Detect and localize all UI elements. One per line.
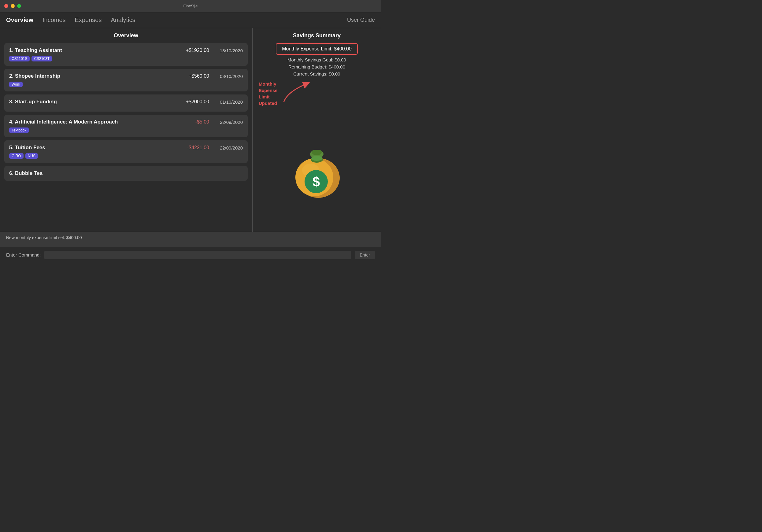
- nav-analytics[interactable]: Analytics: [111, 17, 135, 24]
- transaction-row: 2. Shopee Internship +$560.00 03/10/2020: [9, 73, 243, 79]
- maximize-button[interactable]: [17, 4, 21, 8]
- nav-incomes[interactable]: Incomes: [42, 17, 66, 24]
- command-bar: Enter Command: Enter: [0, 247, 381, 262]
- transaction-row: 3. Start-up Funding +$2000.00 01/10/2020: [9, 99, 243, 105]
- app-title: Fine$$e: [184, 4, 198, 8]
- transaction-amount: -$4221.00: [187, 145, 209, 150]
- tag: CS1101S: [9, 56, 30, 61]
- transactions-list: 1. Teaching Assistant +$1920.00 18/10/20…: [0, 43, 252, 232]
- amount-date: +$560.00 03/10/2020: [189, 73, 243, 79]
- transaction-date: 03/10/2020: [215, 74, 243, 79]
- list-item[interactable]: 2. Shopee Internship +$560.00 03/10/2020…: [4, 69, 248, 91]
- transaction-amount: +$1920.00: [186, 48, 209, 53]
- tag: Textbook: [9, 127, 29, 133]
- transaction-amount: +$560.00: [189, 73, 209, 79]
- transaction-name: 6. Bubble Tea: [9, 170, 42, 177]
- amount-date: -$5.00 22/09/2020: [195, 119, 243, 125]
- annotation-arrow: [281, 81, 311, 105]
- annotation-area: MonthlyExpenseLimitUpdated: [259, 81, 375, 107]
- left-panel: Overview 1. Teaching Assistant +$1920.00…: [0, 28, 253, 232]
- status-bar: New monthly expense limit set: $400.00: [0, 232, 381, 247]
- tags: Textbook: [9, 127, 243, 133]
- transaction-name: 1. Teaching Assistant: [9, 47, 62, 53]
- current-savings-line: Current Savings: $0.00: [259, 71, 375, 76]
- tag: GIRO: [9, 153, 24, 159]
- command-label: Enter Command:: [6, 252, 41, 258]
- amount-date: -$4221.00 22/09/2020: [187, 145, 243, 150]
- expense-limit-text: Monthly Expense Limit: $400.00: [282, 46, 352, 51]
- main-content: Overview 1. Teaching Assistant +$1920.00…: [0, 28, 381, 232]
- nav-overview[interactable]: Overview: [6, 17, 33, 24]
- nav-links: Overview Incomes Expenses Analytics: [6, 17, 347, 24]
- svg-text:$: $: [313, 174, 320, 189]
- remaining-budget-line: Remaining Budget: $400.00: [259, 64, 375, 69]
- transaction-date: 18/10/2020: [215, 48, 243, 53]
- nav-expenses[interactable]: Expenses: [75, 17, 102, 24]
- transaction-date: 22/09/2020: [215, 119, 243, 125]
- transaction-date: 22/09/2020: [215, 145, 243, 150]
- transaction-amount: +$2000.00: [186, 99, 209, 105]
- titlebar: Fine$$e: [0, 0, 381, 12]
- amount-date: +$1920.00 18/10/2020: [186, 48, 243, 53]
- tags: GIRO NUS: [9, 153, 243, 159]
- transaction-row: 1. Teaching Assistant +$1920.00 18/10/20…: [9, 47, 243, 53]
- tag: Work: [9, 82, 23, 87]
- transaction-name: 5. Tuition Fees: [9, 145, 45, 151]
- transaction-name: 3. Start-up Funding: [9, 99, 57, 105]
- savings-goal-line: Monthly Savings Goal: $0.00: [259, 57, 375, 62]
- svg-point-8: [311, 156, 322, 161]
- user-guide-link[interactable]: User Guide: [347, 17, 375, 23]
- annotation-with-arrow: MonthlyExpenseLimitUpdated: [259, 81, 375, 107]
- list-item[interactable]: 3. Start-up Funding +$2000.00 01/10/2020: [4, 95, 248, 112]
- transaction-row: 6. Bubble Tea: [9, 170, 243, 177]
- money-bag-container: $: [289, 110, 344, 227]
- list-item[interactable]: 4. Artificial Intelligence: A Modern App…: [4, 114, 248, 137]
- money-bag-icon: $: [289, 138, 344, 199]
- command-input[interactable]: [44, 251, 351, 259]
- list-item[interactable]: 1. Teaching Assistant +$1920.00 18/10/20…: [4, 43, 248, 66]
- tag: NUS: [25, 153, 38, 159]
- minimize-button[interactable]: [11, 4, 15, 8]
- window-controls: [4, 4, 21, 8]
- transaction-name: 2. Shopee Internship: [9, 73, 60, 79]
- expense-limit-box: Monthly Expense Limit: $400.00: [276, 43, 358, 55]
- tag: CS2103T: [32, 56, 52, 61]
- close-button[interactable]: [4, 4, 8, 8]
- savings-summary-title: Savings Summary: [293, 33, 341, 39]
- annotation-text: MonthlyExpenseLimitUpdated: [259, 81, 278, 107]
- svg-rect-1: [312, 150, 322, 155]
- transaction-row: 4. Artificial Intelligence: A Modern App…: [9, 119, 243, 125]
- overview-title: Overview: [0, 28, 252, 43]
- navbar: Overview Incomes Expenses Analytics User…: [0, 12, 381, 28]
- transaction-name: 4. Artificial Intelligence: A Modern App…: [9, 119, 118, 125]
- list-item[interactable]: 5. Tuition Fees -$4221.00 22/09/2020 GIR…: [4, 140, 248, 163]
- status-message: New monthly expense limit set: $400.00: [6, 235, 82, 240]
- right-panel: Savings Summary Monthly Expense Limit: $…: [253, 28, 381, 232]
- enter-button[interactable]: Enter: [355, 251, 375, 259]
- amount-date: +$2000.00 01/10/2020: [186, 99, 243, 105]
- transaction-date: 01/10/2020: [215, 99, 243, 105]
- savings-info: Monthly Savings Goal: $0.00 Remaining Bu…: [259, 57, 375, 78]
- tags: Work: [9, 82, 243, 87]
- transaction-row: 5. Tuition Fees -$4221.00 22/09/2020: [9, 145, 243, 151]
- tags: CS1101S CS2103T: [9, 56, 243, 61]
- transaction-amount: -$5.00: [195, 119, 209, 125]
- list-item[interactable]: 6. Bubble Tea: [4, 166, 248, 181]
